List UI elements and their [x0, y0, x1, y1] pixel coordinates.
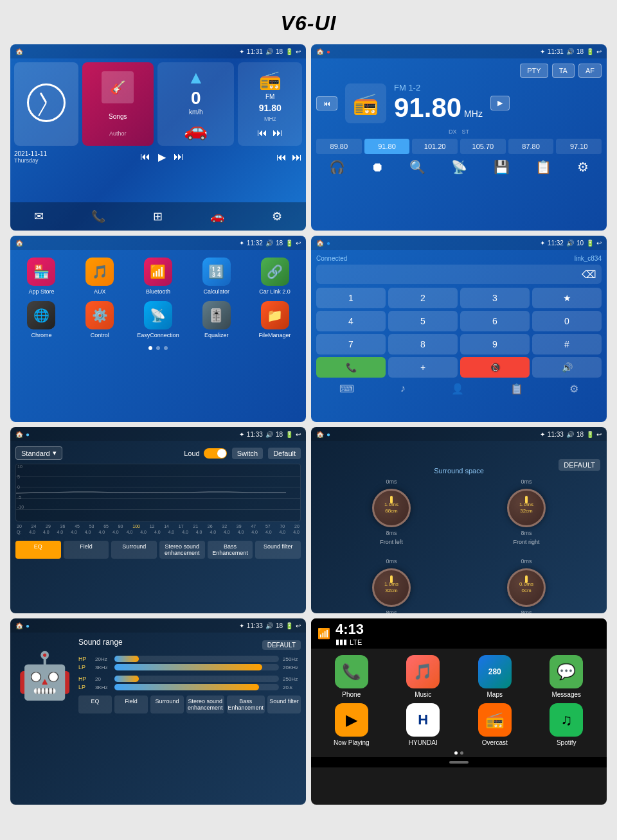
key-6[interactable]: 6 [460, 311, 530, 331]
preset-2[interactable]: 91.80 [364, 139, 410, 154]
app-item-control[interactable]: ⚙️ Control [74, 301, 126, 338]
app-item-easyconn[interactable]: 📡 EasyConnection [132, 301, 184, 338]
phone-delete-icon[interactable]: ⌫ [582, 268, 596, 281]
app-item-file[interactable]: 📁 FileManager [249, 301, 301, 338]
fm-seek-next[interactable]: ⏭ [292, 152, 302, 163]
eq-toggle-knob [217, 449, 226, 458]
preset-6[interactable]: 97.10 [556, 139, 602, 154]
phone-tab-music[interactable]: ♪ [400, 383, 406, 395]
preset-1[interactable]: 89.80 [316, 139, 362, 154]
radio-scan-icon[interactable]: 📋 [535, 159, 551, 175]
cp-app-hyundai[interactable]: H HYUNDAI [391, 703, 456, 746]
app-item-chrome[interactable]: 🌐 Chrome [15, 301, 67, 338]
music-next-btn[interactable]: ⏭ [174, 151, 184, 163]
carplay-home-button[interactable] [449, 761, 469, 764]
slider-hp-2-track[interactable] [114, 676, 279, 682]
cp-app-maps[interactable]: 280 Maps [462, 655, 528, 698]
sound-tab-eq[interactable]: EQ [78, 696, 112, 713]
eq-tab-surround[interactable]: Surround [111, 541, 157, 559]
nav-apps-icon[interactable]: ⊞ [153, 209, 163, 223]
nav-car-mode-icon[interactable]: 🚗 [210, 209, 224, 223]
preset-3[interactable]: 101.20 [412, 139, 458, 154]
radio-toggle-icon[interactable]: ⏺ [371, 160, 384, 175]
fm-next-icon[interactable]: ⏭ [273, 127, 283, 139]
key-call[interactable]: 📞 [316, 357, 386, 378]
sound-default-button[interactable]: DEFAULT [262, 640, 301, 650]
app-item-appstore[interactable]: 🏪 App Store [15, 258, 67, 295]
knob-rr-control[interactable]: 0.0ms0cm [507, 568, 546, 607]
radio-next-btn[interactable]: ▶ [490, 96, 510, 110]
key-1[interactable]: 1 [316, 288, 386, 308]
app-item-calculator[interactable]: 🔢 Calculator [190, 258, 242, 295]
key-9[interactable]: 9 [460, 334, 530, 354]
music-widget[interactable]: 🎸 Songs Author [82, 62, 154, 146]
cp-app-messages[interactable]: 💬 Messages [534, 655, 600, 698]
eq-tab-stereo[interactable]: Stereo sound enhancement [159, 541, 205, 559]
radio-save-icon[interactable]: 💾 [494, 159, 510, 175]
cp-app-music[interactable]: 🎵 Music [391, 655, 456, 698]
knob-rl-control[interactable]: 1.0ms32cm [372, 568, 411, 607]
eq-tab-filter[interactable]: Sound filter [255, 541, 301, 559]
key-end[interactable]: 📵 [460, 357, 530, 378]
key-hash[interactable]: # [532, 334, 602, 354]
phone-tab-contacts[interactable]: 👤 [451, 383, 464, 395]
knob-fl-control[interactable]: 1.0ms68cm [372, 489, 411, 527]
cp-app-spotify[interactable]: ♫ Spotify [534, 703, 600, 746]
app-item-eq[interactable]: 🎚️ Equalizer [190, 301, 242, 338]
key-plus[interactable]: + [388, 357, 458, 378]
cp-app-overcast[interactable]: 📻 Overcast [462, 703, 528, 746]
slider-hp-1-track[interactable] [114, 656, 279, 662]
cp-app-phone[interactable]: 📞 Phone [319, 655, 384, 698]
eq-default-button[interactable]: Default [268, 448, 301, 459]
surround-default-button[interactable]: DEFAULT [559, 459, 600, 471]
key-2[interactable]: 2 [388, 288, 458, 308]
preset-5[interactable]: 87.80 [508, 139, 554, 154]
key-0[interactable]: 0 [532, 311, 602, 331]
phone-tab-keypad[interactable]: ⌨ [339, 383, 354, 395]
nav-messages-icon[interactable]: ✉ [34, 209, 44, 223]
app-item-aux[interactable]: 🎵 AUX [74, 258, 126, 295]
ta-button[interactable]: TA [552, 64, 575, 78]
fm-prev-icon[interactable]: ⏮ [257, 127, 267, 139]
radio-signal-icon[interactable]: 📡 [451, 159, 467, 175]
eq-preset-selector[interactable]: Standard ▾ [15, 446, 62, 460]
preset-4[interactable]: 105.70 [460, 139, 506, 154]
radio-settings-icon[interactable]: ⚙ [577, 159, 589, 175]
eq-tab-bass[interactable]: Bass Enhancement [208, 541, 253, 559]
key-volume[interactable]: 🔊 [532, 357, 602, 378]
music-play-btn[interactable]: ▶ [158, 151, 166, 163]
cp-app-nowplaying[interactable]: ▶ Now Playing [319, 703, 384, 746]
key-star[interactable]: ★ [532, 288, 602, 308]
app-item-carlink[interactable]: 🔗 Car Link 2.0 [249, 258, 301, 295]
eq-tab-eq[interactable]: EQ [15, 541, 61, 559]
fm-widget[interactable]: 📻 FM 91.80 MHz ⏮ ⏭ [238, 62, 302, 146]
sound-tab-bass[interactable]: Bass Enhancement [227, 696, 265, 713]
eq-switch-button[interactable]: Switch [232, 448, 263, 459]
phone-tab-calls[interactable]: 📋 [510, 383, 523, 395]
key-5[interactable]: 5 [388, 311, 458, 331]
sound-tab-stereo[interactable]: Stereo sound enhancement [186, 696, 224, 713]
sound-tab-field[interactable]: Field [114, 696, 148, 713]
fm-seek-prev[interactable]: ⏮ [276, 152, 287, 163]
eq-tab-field[interactable]: Field [64, 541, 109, 559]
pty-button[interactable]: PTY [520, 64, 548, 78]
nav-phone-icon[interactable]: 📞 [91, 209, 105, 223]
sound-tab-filter[interactable]: Sound filter [267, 696, 301, 713]
radio-search-icon[interactable]: 🔍 [409, 159, 425, 175]
radio-prev-btn[interactable]: ⏮ [316, 96, 337, 110]
slider-lp-1-track[interactable] [114, 664, 279, 670]
slider-lp-2-track[interactable] [114, 684, 279, 690]
af-button[interactable]: AF [578, 64, 602, 78]
sound-tab-surround[interactable]: Surround [150, 696, 184, 713]
key-3[interactable]: 3 [460, 288, 530, 308]
music-prev-btn[interactable]: ⏮ [140, 151, 150, 163]
phone-tab-settings[interactable]: ⚙ [569, 383, 578, 395]
key-4[interactable]: 4 [316, 311, 386, 331]
key-8[interactable]: 8 [388, 334, 458, 354]
key-7[interactable]: 7 [316, 334, 386, 354]
nav-settings-icon[interactable]: ⚙ [272, 209, 282, 223]
app-item-bluetooth[interactable]: 📶 Bluetooth [132, 258, 184, 295]
knob-fr-control[interactable]: 1.0ms32cm [507, 489, 546, 527]
eq-loud-switch[interactable] [204, 448, 227, 459]
radio-headphone-icon[interactable]: 🎧 [329, 159, 345, 175]
